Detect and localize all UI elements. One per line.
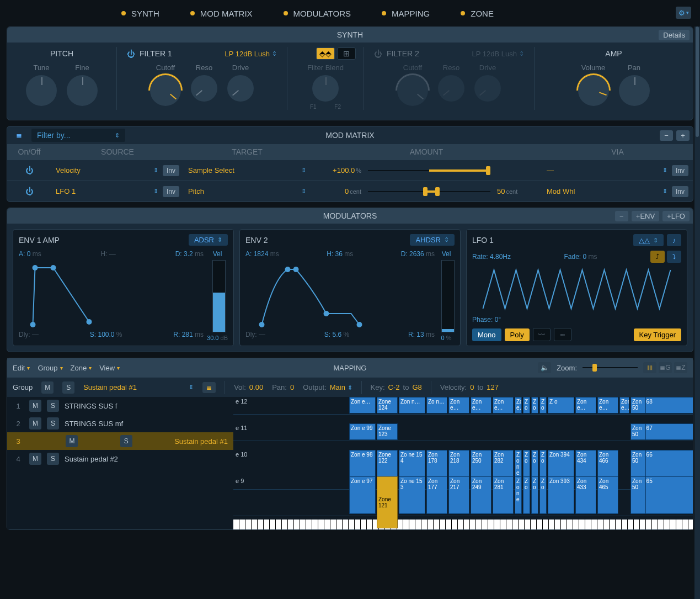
filter-blend-knob[interactable] (312, 75, 339, 102)
zone-cell[interactable]: Zon e… (597, 397, 618, 414)
key-hi-value[interactable]: G8 (412, 383, 421, 391)
group-menu[interactable]: Group▾ (38, 364, 62, 372)
add-lfo-button[interactable]: +LFO (662, 211, 690, 221)
tab-synth[interactable]: SYNTH (106, 9, 175, 18)
list-toggle-icon[interactable]: ≣ (202, 382, 216, 393)
sustain-value[interactable]: S: 5.6 % (324, 331, 349, 338)
zoom-slider[interactable] (583, 367, 638, 368)
audition-button[interactable]: 🔈 (538, 362, 551, 373)
mute-button[interactable]: M (66, 435, 78, 447)
vel-value[interactable]: 30.0 dB (207, 335, 228, 341)
vel-slider[interactable] (212, 260, 226, 332)
tab-modulators[interactable]: MODULATORS (268, 9, 366, 18)
attack-value[interactable]: A: 1824 ms (245, 250, 279, 258)
filter2-drive-knob[interactable] (474, 75, 501, 102)
zone-cell[interactable]: Zon e… (448, 397, 469, 414)
vel-lo-value[interactable]: 0 (470, 383, 474, 391)
zone-cell[interactable]: Zo n… (426, 397, 447, 414)
mute-button[interactable]: M (29, 400, 41, 412)
tab-zone[interactable]: ZONE (445, 9, 509, 18)
zone-cell[interactable]: Zon e… (515, 397, 522, 414)
settings-menu[interactable]: ⚙▾ (676, 7, 691, 19)
decay-value[interactable]: D: 3.2 ms (175, 250, 204, 258)
fade-out-button[interactable]: ⤵ (667, 251, 681, 263)
zone-cell[interactable]: Zone 121 (377, 476, 398, 528)
filter1-cutoff-knob[interactable] (150, 75, 181, 106)
source-select[interactable]: Velocity⇕ (56, 166, 158, 174)
release-value[interactable]: R: 13 ms (408, 331, 435, 338)
zone-cell[interactable]: Zon e 97 (349, 476, 376, 514)
hold-value[interactable]: H: 36 ms (327, 250, 353, 258)
solo-button[interactable]: S (62, 381, 74, 394)
zone-cell[interactable]: Zo ne 15 3 (399, 476, 425, 514)
filter2-reso-knob[interactable] (438, 75, 464, 102)
amount-value[interactable]: 0cent (317, 187, 361, 195)
lfo-shape1-button[interactable]: 〰 (533, 328, 551, 341)
vel-value[interactable]: 0 % (441, 335, 452, 341)
zone-cell[interactable]: Z o (531, 397, 538, 414)
zone-cell[interactable]: Zon 249 (471, 476, 491, 514)
zone-grid[interactable]: e 12Zone 68Zon e…Zone 124Zon n…Zo n…Zon … (233, 397, 693, 529)
details-button[interactable]: Details (659, 30, 690, 40)
fine-knob[interactable] (67, 75, 98, 106)
lfo-rate-value[interactable]: Rate: 4.80Hz (472, 253, 511, 261)
scrollbar[interactable] (694, 26, 700, 599)
tune-knob[interactable] (26, 75, 57, 106)
poly-button[interactable]: Poly (505, 328, 530, 341)
zone-cell[interactable]: Z o (523, 397, 530, 414)
zone-cell[interactable]: Zon e… (619, 397, 629, 414)
zone-cell[interactable]: Zon 433 (575, 476, 596, 514)
solo-button[interactable]: S (120, 435, 132, 447)
filter2-type-select[interactable]: LP 12dB Lush⇕ (472, 50, 524, 58)
view-group-button[interactable]: ≣G (659, 362, 672, 373)
scrollbar-thumb[interactable] (696, 26, 699, 137)
group-row[interactable]: 3MSSustain pedal #1 (7, 432, 233, 450)
attack-value[interactable]: A: 0 ms (19, 250, 41, 258)
view-menu[interactable]: View▾ (99, 364, 120, 372)
vel-hi-value[interactable]: 127 (487, 383, 499, 391)
zone-cell[interactable]: Zon e… (349, 397, 376, 414)
remove-modulator-button[interactable]: − (615, 211, 628, 221)
zone-cell[interactable]: Zon 50 (630, 476, 646, 514)
filter1-power-icon[interactable]: ⏻ (127, 49, 135, 59)
amount-slider[interactable] (368, 170, 490, 171)
row-power-button[interactable]: ⏻ (25, 187, 34, 196)
source-select[interactable]: LFO 1⇕ (56, 187, 158, 195)
via-select[interactable]: —⇕ (547, 166, 667, 174)
solo-button[interactable]: S (47, 417, 59, 430)
zone-cell[interactable]: Zon 281 (493, 476, 514, 514)
remove-row-button[interactable]: − (660, 130, 673, 141)
inv-button[interactable]: Inv (163, 186, 179, 197)
decay-value[interactable]: D: 2636 ms (401, 250, 435, 258)
zone-cell[interactable]: Z o (539, 476, 547, 514)
pan-knob[interactable] (619, 75, 650, 106)
zone-cell[interactable]: Z o n e (515, 476, 522, 514)
zone-cell[interactable]: Zon 465 (597, 476, 618, 514)
amount-value[interactable]: +100.0% (317, 166, 361, 174)
target-select[interactable]: Sample Select⇕ (188, 166, 306, 174)
zone-cell[interactable]: Zon 217 (448, 476, 469, 514)
filter-by-select[interactable]: Filter by...⇕ (31, 129, 125, 142)
lfo-wave-select[interactable]: △△⇕ (633, 234, 664, 246)
zone-cell[interactable]: Zone 124 (377, 397, 398, 414)
group-name-select[interactable]: Sustain pedal #1⇕ (83, 383, 194, 391)
routing-serial-button[interactable]: ⬘⬘ (316, 47, 335, 60)
solo-button[interactable]: S (47, 453, 59, 465)
inv-button[interactable]: Inv (163, 165, 179, 176)
routing-parallel-button[interactable]: ⊞ (337, 47, 356, 60)
view-zone-button[interactable]: ≣Z (674, 362, 687, 373)
list-icon[interactable]: ≣ (12, 129, 26, 141)
filter1-drive-knob[interactable] (227, 75, 254, 102)
tab-mod-matrix[interactable]: MOD MATRIX (175, 9, 268, 18)
zone-cell[interactable]: Zon e… (575, 397, 596, 414)
zone-cell[interactable]: Zon e 99 (349, 423, 376, 440)
zone-cell[interactable]: Z o (548, 397, 574, 414)
sustain-value[interactable]: S: 100.0 % (90, 331, 122, 338)
group-row[interactable]: 4MSSustain pedal #2 (7, 450, 233, 468)
zone-cell[interactable]: Z o (539, 397, 547, 414)
inv-button[interactable]: Inv (672, 186, 688, 197)
view-keys-button[interactable]: ⦀⦀ (643, 362, 656, 373)
lfo-sync-button[interactable]: ♪ (667, 234, 681, 246)
mute-button[interactable]: M (29, 453, 41, 465)
zone-cell[interactable]: Zon e… (493, 397, 514, 414)
